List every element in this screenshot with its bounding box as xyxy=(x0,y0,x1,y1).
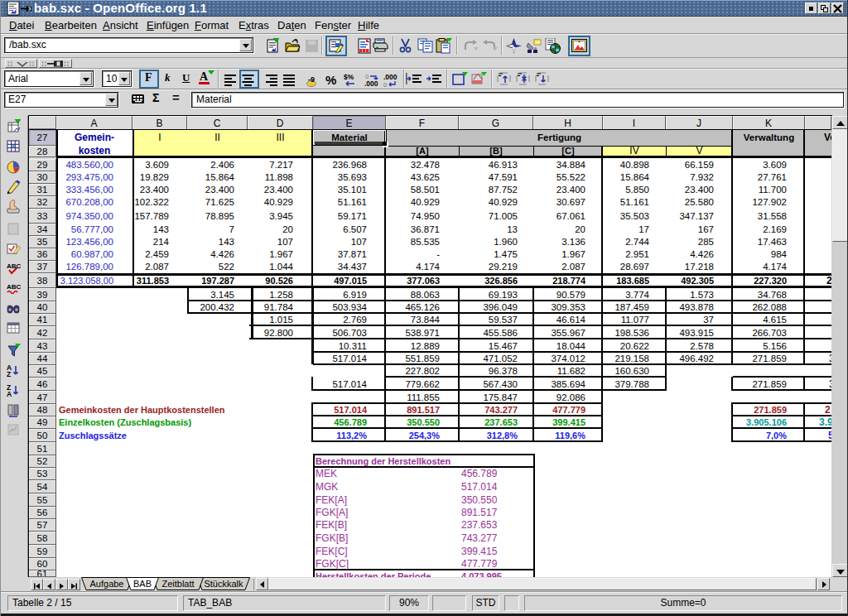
svg-text:A: A xyxy=(7,390,12,398)
svg-text:Z: Z xyxy=(7,370,11,378)
svg-text:0: 0 xyxy=(383,81,387,88)
svg-text:.000: .000 xyxy=(383,73,398,81)
svg-text:0: 0 xyxy=(365,73,369,80)
svg-text:.000: .000 xyxy=(364,79,378,88)
svg-text:ABC: ABC xyxy=(7,262,21,270)
svg-text:-9: -9 xyxy=(308,75,315,84)
svg-text:$%: $% xyxy=(344,73,354,81)
svg-text:ABC: ABC xyxy=(7,283,21,291)
